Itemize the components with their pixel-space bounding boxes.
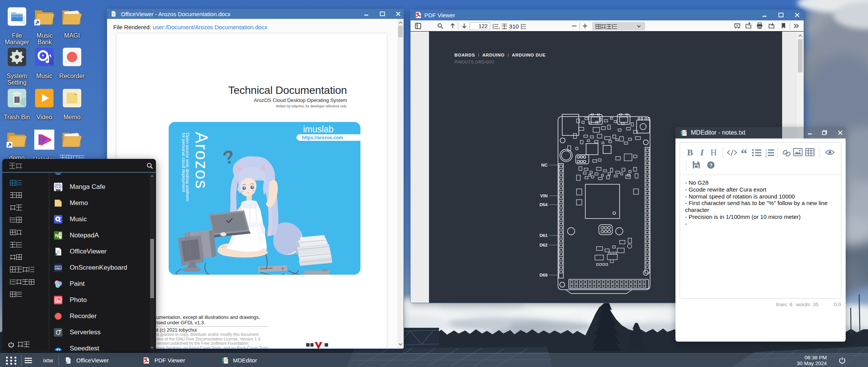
svg-text:?: ?: [709, 162, 712, 168]
svg-text:D54: D54: [540, 202, 548, 207]
svg-text:N: N: [55, 233, 59, 239]
svg-text:NC: NC: [541, 163, 548, 167]
svg-text:D69: D69: [540, 273, 548, 277]
svg-text:VIN: VIN: [540, 194, 548, 198]
svg-text:D61: D61: [540, 233, 548, 238]
svg-text:H: H: [710, 148, 717, 157]
svg-text:I: I: [700, 148, 704, 157]
svg-text:“: “: [741, 146, 747, 160]
svg-text:B: B: [687, 148, 693, 157]
svg-text:D62: D62: [540, 243, 548, 247]
svg-text:3: 3: [765, 155, 767, 158]
